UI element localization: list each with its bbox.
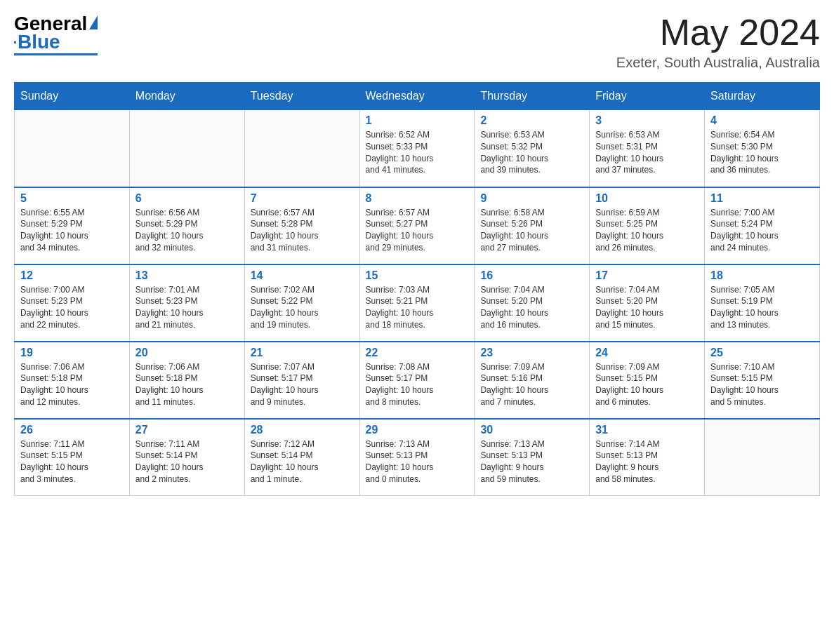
calendar-cell: 5Sunrise: 6:55 AM Sunset: 5:29 PM Daylig… [15, 187, 130, 264]
day-info: Sunrise: 7:14 AM Sunset: 5:13 PM Dayligh… [595, 438, 699, 485]
day-info: Sunrise: 7:09 AM Sunset: 5:15 PM Dayligh… [595, 361, 699, 408]
weekday-header-row: SundayMondayTuesdayWednesdayThursdayFrid… [15, 83, 820, 110]
day-number: 31 [595, 424, 699, 436]
day-number: 11 [710, 192, 814, 205]
day-number: 3 [595, 114, 699, 127]
day-number: 21 [251, 347, 354, 359]
day-number: 17 [595, 269, 699, 282]
day-info: Sunrise: 7:05 AM Sunset: 5:19 PM Dayligh… [710, 284, 814, 331]
logo-text-blue: Blue [18, 32, 60, 52]
calendar-cell: 22Sunrise: 7:08 AM Sunset: 5:17 PM Dayli… [359, 342, 475, 419]
day-info: Sunrise: 7:08 AM Sunset: 5:17 PM Dayligh… [366, 361, 469, 408]
day-info: Sunrise: 7:07 AM Sunset: 5:17 PM Dayligh… [251, 361, 354, 408]
day-info: Sunrise: 6:56 AM Sunset: 5:29 PM Dayligh… [135, 207, 239, 254]
calendar-cell: 20Sunrise: 7:06 AM Sunset: 5:18 PM Dayli… [129, 342, 244, 419]
calendar-cell: 23Sunrise: 7:09 AM Sunset: 5:16 PM Dayli… [475, 342, 590, 419]
day-info: Sunrise: 6:54 AM Sunset: 5:30 PM Dayligh… [710, 129, 814, 176]
calendar-cell: 6Sunrise: 6:56 AM Sunset: 5:29 PM Daylig… [129, 187, 244, 264]
day-number: 27 [135, 424, 239, 436]
weekday-header-wednesday: Wednesday [359, 83, 475, 110]
day-info: Sunrise: 7:11 AM Sunset: 5:14 PM Dayligh… [135, 438, 239, 485]
calendar-cell: 27Sunrise: 7:11 AM Sunset: 5:14 PM Dayli… [129, 419, 244, 496]
day-info: Sunrise: 6:53 AM Sunset: 5:32 PM Dayligh… [480, 129, 583, 176]
calendar-cell [15, 110, 130, 187]
month-year-title: May 2024 [616, 14, 820, 51]
day-info: Sunrise: 6:59 AM Sunset: 5:25 PM Dayligh… [595, 207, 699, 254]
calendar-cell: 19Sunrise: 7:06 AM Sunset: 5:18 PM Dayli… [15, 342, 130, 419]
calendar-cell: 11Sunrise: 7:00 AM Sunset: 5:24 PM Dayli… [705, 187, 820, 264]
day-number: 14 [251, 269, 354, 282]
calendar-cell: 10Sunrise: 6:59 AM Sunset: 5:25 PM Dayli… [590, 187, 705, 264]
day-info: Sunrise: 6:53 AM Sunset: 5:31 PM Dayligh… [595, 129, 699, 176]
day-number: 25 [710, 347, 814, 359]
calendar-cell: 26Sunrise: 7:11 AM Sunset: 5:15 PM Dayli… [15, 419, 130, 496]
calendar-cell: 28Sunrise: 7:12 AM Sunset: 5:14 PM Dayli… [244, 419, 359, 496]
day-info: Sunrise: 7:00 AM Sunset: 5:24 PM Dayligh… [710, 207, 814, 254]
calendar-cell [244, 110, 359, 187]
calendar-cell: 3Sunrise: 6:53 AM Sunset: 5:31 PM Daylig… [590, 110, 705, 187]
location-subtitle: Exeter, South Australia, Australia [616, 55, 820, 71]
calendar-cell: 25Sunrise: 7:10 AM Sunset: 5:15 PM Dayli… [705, 342, 820, 419]
day-number: 2 [480, 114, 583, 127]
day-info: Sunrise: 7:00 AM Sunset: 5:23 PM Dayligh… [20, 284, 124, 331]
day-info: Sunrise: 6:57 AM Sunset: 5:28 PM Dayligh… [251, 207, 354, 254]
day-number: 24 [595, 347, 699, 359]
calendar-week-2: 5Sunrise: 6:55 AM Sunset: 5:29 PM Daylig… [15, 187, 820, 264]
day-info: Sunrise: 6:52 AM Sunset: 5:33 PM Dayligh… [366, 129, 469, 176]
calendar-cell: 17Sunrise: 7:04 AM Sunset: 5:20 PM Dayli… [590, 264, 705, 342]
day-number: 19 [20, 347, 124, 359]
calendar-table: SundayMondayTuesdayWednesdayThursdayFrid… [14, 82, 820, 496]
logo: General Blue [14, 14, 98, 55]
calendar-cell [129, 110, 244, 187]
day-number: 30 [480, 424, 583, 436]
day-info: Sunrise: 6:57 AM Sunset: 5:27 PM Dayligh… [366, 207, 469, 254]
calendar-cell: 18Sunrise: 7:05 AM Sunset: 5:19 PM Dayli… [705, 264, 820, 342]
day-info: Sunrise: 7:09 AM Sunset: 5:16 PM Dayligh… [480, 361, 583, 408]
calendar-cell: 31Sunrise: 7:14 AM Sunset: 5:13 PM Dayli… [590, 419, 705, 496]
day-info: Sunrise: 7:12 AM Sunset: 5:14 PM Dayligh… [251, 438, 354, 485]
day-number: 4 [710, 114, 814, 127]
calendar-week-4: 19Sunrise: 7:06 AM Sunset: 5:18 PM Dayli… [15, 342, 820, 419]
day-info: Sunrise: 7:10 AM Sunset: 5:15 PM Dayligh… [710, 361, 814, 408]
day-info: Sunrise: 6:55 AM Sunset: 5:29 PM Dayligh… [20, 207, 124, 254]
calendar-cell: 29Sunrise: 7:13 AM Sunset: 5:13 PM Dayli… [359, 419, 475, 496]
calendar-cell: 7Sunrise: 6:57 AM Sunset: 5:28 PM Daylig… [244, 187, 359, 264]
day-number: 13 [135, 269, 239, 282]
calendar-week-3: 12Sunrise: 7:00 AM Sunset: 5:23 PM Dayli… [15, 264, 820, 342]
day-number: 15 [366, 269, 469, 282]
calendar-cell [705, 419, 820, 496]
day-number: 6 [135, 192, 239, 205]
logo-underline [14, 53, 98, 55]
page-header: General Blue May 2024 Exeter, South Aust… [14, 14, 820, 71]
calendar-cell: 4Sunrise: 6:54 AM Sunset: 5:30 PM Daylig… [705, 110, 820, 187]
day-info: Sunrise: 7:04 AM Sunset: 5:20 PM Dayligh… [480, 284, 583, 331]
day-number: 18 [710, 269, 814, 282]
calendar-cell: 2Sunrise: 6:53 AM Sunset: 5:32 PM Daylig… [475, 110, 590, 187]
calendar-week-5: 26Sunrise: 7:11 AM Sunset: 5:15 PM Dayli… [15, 419, 820, 496]
calendar-cell: 8Sunrise: 6:57 AM Sunset: 5:27 PM Daylig… [359, 187, 475, 264]
day-info: Sunrise: 7:13 AM Sunset: 5:13 PM Dayligh… [366, 438, 469, 485]
calendar-cell: 16Sunrise: 7:04 AM Sunset: 5:20 PM Dayli… [475, 264, 590, 342]
day-number: 23 [480, 347, 583, 359]
calendar-cell: 15Sunrise: 7:03 AM Sunset: 5:21 PM Dayli… [359, 264, 475, 342]
day-number: 8 [366, 192, 469, 205]
day-info: Sunrise: 7:04 AM Sunset: 5:20 PM Dayligh… [595, 284, 699, 331]
calendar-cell: 9Sunrise: 6:58 AM Sunset: 5:26 PM Daylig… [475, 187, 590, 264]
day-number: 26 [20, 424, 124, 436]
day-number: 16 [480, 269, 583, 282]
weekday-header-saturday: Saturday [705, 83, 820, 110]
calendar-week-1: 1Sunrise: 6:52 AM Sunset: 5:33 PM Daylig… [15, 110, 820, 187]
calendar-cell: 30Sunrise: 7:13 AM Sunset: 5:13 PM Dayli… [475, 419, 590, 496]
weekday-header-friday: Friday [590, 83, 705, 110]
weekday-header-sunday: Sunday [15, 83, 130, 110]
weekday-header-thursday: Thursday [475, 83, 590, 110]
day-number: 7 [251, 192, 354, 205]
day-info: Sunrise: 6:58 AM Sunset: 5:26 PM Dayligh… [480, 207, 583, 254]
day-info: Sunrise: 7:06 AM Sunset: 5:18 PM Dayligh… [135, 361, 239, 408]
weekday-header-monday: Monday [129, 83, 244, 110]
calendar-cell: 12Sunrise: 7:00 AM Sunset: 5:23 PM Dayli… [15, 264, 130, 342]
weekday-header-tuesday: Tuesday [244, 83, 359, 110]
day-number: 28 [251, 424, 354, 436]
day-number: 22 [366, 347, 469, 359]
day-number: 1 [366, 114, 469, 127]
